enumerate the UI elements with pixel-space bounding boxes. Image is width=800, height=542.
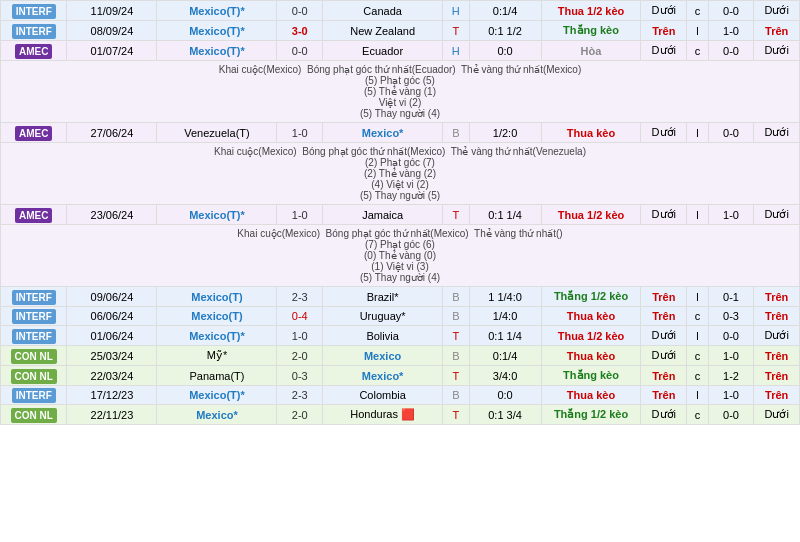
over-under: Dưới <box>641 346 687 366</box>
match-score: 1-0 <box>277 123 323 143</box>
match-score: 0-0 <box>277 1 323 21</box>
over-under: Trên <box>641 307 687 326</box>
halftime-score: 0-3 <box>708 307 754 326</box>
away-team: Mexico* <box>323 366 443 386</box>
handicap-ratio: 0:1 1/4 <box>469 205 541 225</box>
bet-result: Thua 1/2 kèo <box>541 1 641 21</box>
home-team: Mexico(T) <box>157 307 277 326</box>
match-score: 0-0 <box>277 41 323 61</box>
home-team: Mexico(T)* <box>157 41 277 61</box>
halftime-ou: Trên <box>754 307 800 326</box>
halftime-ou: Dưới <box>754 326 800 346</box>
halftime-ou: Trên <box>754 346 800 366</box>
handicap-ratio: 1/4:0 <box>469 307 541 326</box>
halftime-score: 0-0 <box>708 326 754 346</box>
match-tag: INTERF <box>1 287 67 307</box>
match-score: 0-3 <box>277 366 323 386</box>
away-team: New Zealand <box>323 21 443 41</box>
handicap-ratio: 0:1 1/2 <box>469 21 541 41</box>
halftime-score: 1-0 <box>708 205 754 225</box>
match-date: 17/12/23 <box>67 386 157 405</box>
match-date: 01/06/24 <box>67 326 157 346</box>
halftime-ou: Dưới <box>754 1 800 21</box>
detail-row: Khai cuộc(Mexico) Bóng phạt góc thứ nhất… <box>1 61 800 123</box>
over-under: Trên <box>641 386 687 405</box>
table-row[interactable]: INTERF 08/09/24 Mexico(T)* 3-0 New Zeala… <box>1 21 800 41</box>
home-team: Mexico(T)* <box>157 386 277 405</box>
match-tag: AMEC <box>1 123 67 143</box>
away-team: Brazil* <box>323 287 443 307</box>
table-row[interactable]: AMEC 01/07/24 Mexico(T)* 0-0 Ecuador H 0… <box>1 41 800 61</box>
match-type: B <box>443 307 469 326</box>
home-team: Mỹ* <box>157 346 277 366</box>
halftime-score: 0-0 <box>708 123 754 143</box>
match-score: 2-0 <box>277 405 323 425</box>
halftime-ou: Trên <box>754 366 800 386</box>
detail-content: Khai cuộc(Mexico) Bóng phạt góc thứ nhất… <box>1 61 800 123</box>
table-row[interactable]: INTERF 01/06/24 Mexico(T)* 1-0 Bolivia T… <box>1 326 800 346</box>
table-row[interactable]: AMEC 27/06/24 Venezuela(T) 1-0 Mexico* B… <box>1 123 800 143</box>
bet-result: Thua kèo <box>541 123 641 143</box>
indicator: c <box>687 1 709 21</box>
match-date: 27/06/24 <box>67 123 157 143</box>
match-tag: INTERF <box>1 326 67 346</box>
indicator: c <box>687 405 709 425</box>
indicator: l <box>687 123 709 143</box>
over-under: Dưới <box>641 405 687 425</box>
bet-result: Thắng kèo <box>541 366 641 386</box>
match-type: B <box>443 287 469 307</box>
detail-content: Khai cuộc(Mexico) Bóng phạt góc thứ nhất… <box>1 143 800 205</box>
detail-row: Khai cuộc(Mexico) Bóng phạt góc thứ nhất… <box>1 225 800 287</box>
halftime-ou: Trên <box>754 21 800 41</box>
match-type: T <box>443 205 469 225</box>
home-team: Venezuela(T) <box>157 123 277 143</box>
match-tag: INTERF <box>1 307 67 326</box>
match-score: 2-3 <box>277 386 323 405</box>
match-score: 2-0 <box>277 346 323 366</box>
match-date: 22/03/24 <box>67 366 157 386</box>
table-row[interactable]: INTERF 11/09/24 Mexico(T)* 0-0 Canada H … <box>1 1 800 21</box>
table-row[interactable]: CON NL 22/11/23 Mexico* 2-0 Honduras 🟥 T… <box>1 405 800 425</box>
bet-result: Thắng kèo <box>541 21 641 41</box>
bet-result: Thắng 1/2 kèo <box>541 405 641 425</box>
halftime-score: 1-2 <box>708 366 754 386</box>
match-type: H <box>443 1 469 21</box>
over-under: Dưới <box>641 41 687 61</box>
indicator: l <box>687 205 709 225</box>
over-under: Dưới <box>641 123 687 143</box>
match-tag: AMEC <box>1 41 67 61</box>
match-tag: INTERF <box>1 21 67 41</box>
indicator: c <box>687 366 709 386</box>
match-tag: CON NL <box>1 366 67 386</box>
table-row[interactable]: INTERF 09/06/24 Mexico(T) 2-3 Brazil* B … <box>1 287 800 307</box>
table-row[interactable]: AMEC 23/06/24 Mexico(T)* 1-0 Jamaica T 0… <box>1 205 800 225</box>
over-under: Dưới <box>641 1 687 21</box>
away-team: Honduras 🟥 <box>323 405 443 425</box>
match-type: T <box>443 405 469 425</box>
handicap-ratio: 0:1 3/4 <box>469 405 541 425</box>
match-tag: INTERF <box>1 386 67 405</box>
over-under: Dưới <box>641 326 687 346</box>
halftime-score: 0-0 <box>708 41 754 61</box>
away-team: Mexico <box>323 346 443 366</box>
match-date: 08/09/24 <box>67 21 157 41</box>
away-team: Colombia <box>323 386 443 405</box>
over-under: Trên <box>641 21 687 41</box>
detail-content: Khai cuộc(Mexico) Bóng phạt góc thứ nhất… <box>1 225 800 287</box>
table-row[interactable]: CON NL 25/03/24 Mỹ* 2-0 Mexico B 0:1/4 T… <box>1 346 800 366</box>
table-row[interactable]: CON NL 22/03/24 Panama(T) 0-3 Mexico* T … <box>1 366 800 386</box>
match-score: 0-4 <box>277 307 323 326</box>
bet-result: Thua kèo <box>541 346 641 366</box>
table-row[interactable]: INTERF 17/12/23 Mexico(T)* 2-3 Colombia … <box>1 386 800 405</box>
match-date: 11/09/24 <box>67 1 157 21</box>
handicap-ratio: 3/4:0 <box>469 366 541 386</box>
halftime-ou: Dưới <box>754 405 800 425</box>
match-type: T <box>443 366 469 386</box>
handicap-ratio: 1 1/4:0 <box>469 287 541 307</box>
match-type: H <box>443 41 469 61</box>
table-row[interactable]: INTERF 06/06/24 Mexico(T) 0-4 Uruguay* B… <box>1 307 800 326</box>
halftime-ou: Dưới <box>754 205 800 225</box>
halftime-score: 1-0 <box>708 21 754 41</box>
match-date: 25/03/24 <box>67 346 157 366</box>
match-score: 3-0 <box>277 21 323 41</box>
